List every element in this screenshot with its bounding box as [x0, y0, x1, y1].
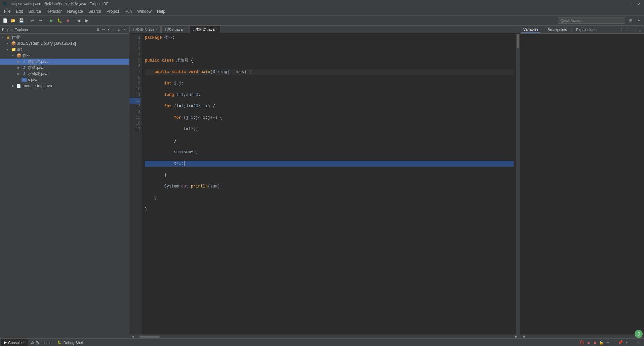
console-new-console-btn[interactable]: +	[611, 340, 617, 346]
project-explorer-title: Project Explorer	[2, 28, 95, 32]
minimize-button[interactable]: ─	[625, 1, 629, 6]
code-line-17	[145, 218, 514, 224]
editor-scrollbar[interactable]	[516, 34, 520, 335]
tree-item-qiujiieceng[interactable]: ▶ J 求阶层.java	[0, 59, 129, 65]
quick-access-input[interactable]: Quick Access	[558, 18, 625, 24]
debug-button[interactable]: 🐛	[56, 17, 63, 24]
prev-button[interactable]: ◀	[75, 17, 82, 24]
tab-qiujiieceng[interactable]: J 求阶层.java ×	[190, 26, 221, 33]
tree-item-sjava[interactable]: ▶ s s.java	[0, 77, 129, 83]
rp-minimize[interactable]: —	[631, 27, 637, 32]
hscroll-thumb[interactable]	[139, 336, 160, 338]
rp-hscrollbar[interactable]: ◀ ▶	[520, 335, 644, 338]
tree-item-src[interactable]: ▾ 📁 src	[0, 46, 129, 53]
editor-hscrollbar[interactable]: ◀ ▶	[129, 335, 520, 338]
menu-item-source[interactable]: Source	[26, 8, 44, 14]
tree-item-package[interactable]: ▾ 📦 作业	[0, 53, 129, 59]
java-file-icon4: s	[22, 78, 27, 82]
code-editor[interactable]: package 作业; public class 求阶层 { public st…	[142, 34, 516, 335]
tree-item-project[interactable]: ▾ ⊞ 作业	[0, 34, 129, 40]
redo-button[interactable]: ↪	[37, 17, 44, 24]
menu-item-edit[interactable]: Edit	[13, 8, 26, 14]
scroll-left-btn[interactable]: ◀	[129, 335, 136, 338]
scroll-right-btn[interactable]: ▶	[513, 335, 520, 338]
open-button[interactable]: 📂	[9, 17, 17, 24]
minimize-view-icon[interactable]: —	[112, 27, 116, 32]
tab-variables[interactable]: Variables	[521, 27, 540, 33]
link-editor-icon[interactable]: ⇔	[101, 27, 106, 32]
code-line-4: public static void main(String[] args) {	[145, 69, 514, 75]
line-num: 9	[129, 81, 140, 86]
collapse-all-icon[interactable]: ⇊	[95, 27, 100, 32]
maximize-view-icon[interactable]: □	[117, 27, 122, 32]
save-button[interactable]: 💾	[17, 17, 25, 24]
line-num: 5	[129, 58, 140, 64]
line-num: 16	[129, 121, 140, 127]
console-pin-btn[interactable]: 📌	[617, 340, 623, 346]
tab-close-qiuzhi[interactable]: ×	[184, 28, 186, 31]
tab-sep1: |	[542, 28, 544, 32]
console-stop-btn[interactable]: ■	[586, 340, 592, 346]
console-word-wrap-btn[interactable]: ↩	[605, 340, 611, 346]
package-icon: 📦	[16, 53, 22, 58]
toolbar-separator-2	[46, 18, 46, 24]
notification-icon[interactable]: J	[635, 330, 643, 338]
view-menu-icon[interactable]: ▾	[106, 27, 111, 32]
menu-item-refactor[interactable]: Refactor	[44, 8, 64, 14]
console-terminate-btn[interactable]: ⏹	[592, 340, 598, 346]
close-button[interactable]: ✕	[637, 1, 641, 6]
hscroll-track[interactable]	[136, 335, 513, 338]
new-button[interactable]: 📄	[1, 17, 9, 24]
close-view-icon[interactable]: ×	[122, 27, 127, 32]
code-line-5: int i,j;	[145, 81, 514, 86]
line-num: 11	[129, 92, 140, 98]
menu-item-file[interactable]: File	[1, 8, 13, 14]
run-button[interactable]: ▶	[48, 17, 55, 24]
menu-item-search[interactable]: Search	[86, 8, 104, 14]
tree-item-jre[interactable]: ▾ 📦 JRE System Library [JavaSE-12]	[0, 40, 129, 46]
editor-area: 1 2 3 4 5 6 7 8 9 10 11 12 13 14 15 16 1…	[129, 34, 520, 335]
tab-breakpoints[interactable]: Breakpoints	[546, 27, 569, 32]
tab-shuixianhua[interactable]: J 水仙花.java ×	[129, 26, 161, 33]
menu-item-run[interactable]: Run	[122, 8, 134, 14]
package-label: 作业	[23, 53, 31, 59]
menu-item-project[interactable]: Project	[104, 8, 122, 14]
perspective-button[interactable]: ⊞	[627, 17, 635, 24]
tree-item-moduleinfo[interactable]: ▶ 📄 module-info.java	[0, 83, 129, 89]
tab-problems[interactable]: ⚠ Problems	[28, 339, 54, 346]
maximize-button[interactable]: □	[631, 1, 635, 6]
menu-item-window[interactable]: Window	[134, 8, 154, 14]
variables-panel: Variables | Breakpoints | Expressions ⟩ …	[520, 26, 644, 338]
tab-expressions[interactable]: Expressions	[574, 27, 598, 32]
rp-maximize[interactable]: □	[637, 27, 643, 32]
tree-item-shuixianhua[interactable]: ▶ J 水仙花.java	[0, 71, 129, 77]
rp-icon-2[interactable]: ⟩	[625, 27, 631, 32]
rp-scroll-left[interactable]: ◀	[520, 335, 527, 338]
toolbar-separator-3	[73, 18, 73, 24]
file-label-sjava: s.java	[28, 77, 38, 82]
console-clear-btn[interactable]: 🚫	[579, 340, 585, 346]
menu-item-navigate[interactable]: Navigate	[64, 8, 85, 14]
open-perspective-button[interactable]: +	[635, 17, 643, 24]
tab-console[interactable]: ▶ Console ×	[1, 339, 28, 346]
undo-button[interactable]: ↩	[29, 17, 36, 24]
console-maximize-btn[interactable]: □	[637, 340, 643, 346]
menu-item-help[interactable]: Help	[154, 8, 168, 14]
tab-close-qiujiieceng[interactable]: ×	[216, 28, 218, 31]
next-button[interactable]: ▶	[83, 17, 90, 24]
tree-item-qiuzhi[interactable]: ▶ J 求值.java	[0, 65, 129, 71]
tab-sep2: |	[570, 28, 573, 32]
stop-button[interactable]: ■	[64, 17, 71, 24]
tab-debugshell[interactable]: 🐛 Debug Shell	[55, 339, 86, 346]
console-view-menu-btn[interactable]: ▾	[624, 340, 630, 346]
code-line-2	[145, 46, 514, 52]
console-scroll-lock-btn[interactable]: 🔒	[598, 340, 604, 346]
rp-hscroll-track[interactable]	[527, 335, 637, 338]
console-minimize-btn[interactable]: —	[630, 340, 636, 346]
tab-close-shuixianhua[interactable]: ×	[156, 28, 158, 31]
right-panel-tabs: Variables | Breakpoints | Expressions ⟩ …	[520, 26, 644, 34]
jre-icon: 📦	[11, 41, 16, 46]
tab-qiuzhi[interactable]: J 求值.java ×	[161, 26, 189, 33]
rp-icon-1[interactable]: ⟩	[619, 27, 625, 32]
console-close-icon[interactable]: ×	[23, 341, 25, 344]
